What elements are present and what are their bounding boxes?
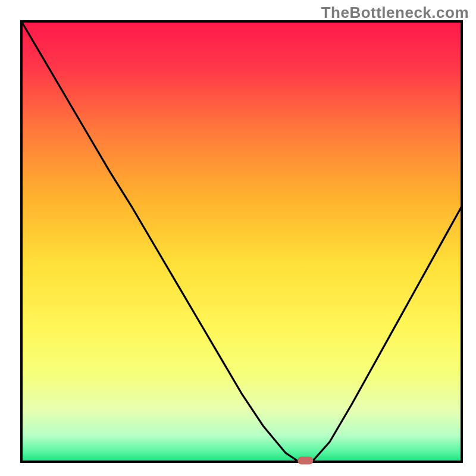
plot-background [21, 21, 462, 462]
optimal-point-marker [298, 457, 313, 465]
bottleneck-chart [0, 0, 476, 476]
watermark-text: TheBottleneck.com [321, 4, 469, 22]
chart-frame: TheBottleneck.com [0, 0, 476, 476]
